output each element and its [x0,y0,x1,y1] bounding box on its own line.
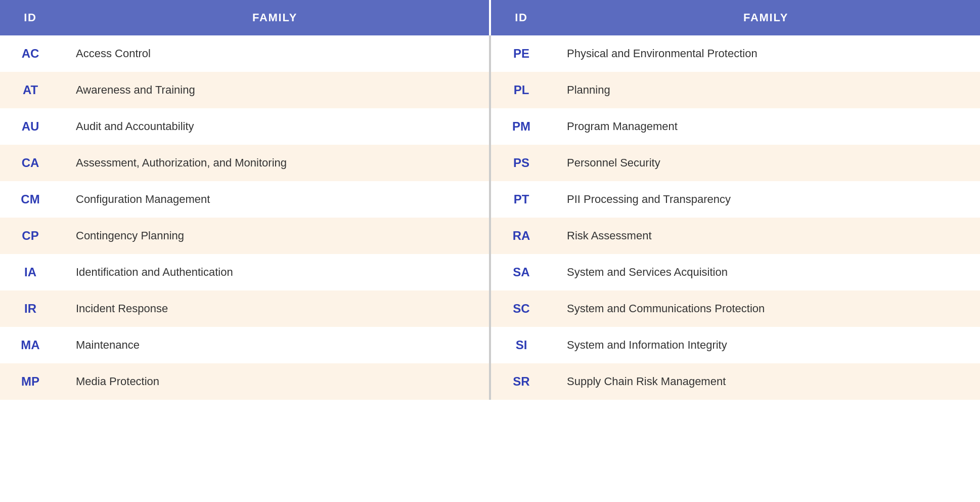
left-id-cell: MP [0,363,61,400]
right-family-cell: Personnel Security [552,145,980,181]
left-id-cell: AU [0,108,61,145]
right-family-cell: System and Services Acquisition [552,254,980,290]
left-id-cell: IA [0,254,61,290]
table-header: ID FAMILY ID FAMILY [0,0,980,35]
right-family-cell: Physical and Environmental Protection [552,35,980,72]
right-id-cell: PL [491,72,552,108]
right-family-cell: Supply Chain Risk Management [552,363,980,400]
left-family-cell: Audit and Accountability [61,108,489,145]
left-family-cell: Access Control [61,35,489,72]
left-id-cell: CA [0,145,61,181]
right-family-cell: PII Processing and Transparency [552,181,980,218]
table-row: CA Assessment, Authorization, and Monito… [0,145,980,181]
table-row: CP Contingency Planning RA Risk Assessme… [0,218,980,254]
left-id-cell: CM [0,181,61,218]
right-id-cell: PE [491,35,552,72]
left-family-cell: Awareness and Training [61,72,489,108]
right-id-cell: PM [491,108,552,145]
right-id-cell: SC [491,290,552,327]
table-row: AU Audit and Accountability PM Program M… [0,108,980,145]
left-id-cell: AT [0,72,61,108]
table-row: IR Incident Response SC System and Commu… [0,290,980,327]
header-right-family: FAMILY [552,0,980,35]
family-table: ID FAMILY ID FAMILY AC Access Control PE… [0,0,980,400]
header-row: ID FAMILY ID FAMILY [0,0,980,35]
right-id-cell: PS [491,145,552,181]
table-row: AC Access Control PE Physical and Enviro… [0,35,980,72]
right-id-cell: SI [491,327,552,363]
left-family-cell: Contingency Planning [61,218,489,254]
left-id-cell: MA [0,327,61,363]
table-row: CM Configuration Management PT PII Proce… [0,181,980,218]
table-row: IA Identification and Authentication SA … [0,254,980,290]
table-row: AT Awareness and Training PL Planning [0,72,980,108]
left-family-cell: Media Protection [61,363,489,400]
left-family-cell: Identification and Authentication [61,254,489,290]
left-family-cell: Incident Response [61,290,489,327]
table-row: MP Media Protection SR Supply Chain Risk… [0,363,980,400]
left-family-cell: Assessment, Authorization, and Monitorin… [61,145,489,181]
right-family-cell: Planning [552,72,980,108]
left-family-cell: Configuration Management [61,181,489,218]
right-family-cell: System and Communications Protection [552,290,980,327]
right-id-cell: SA [491,254,552,290]
right-id-cell: RA [491,218,552,254]
right-family-cell: System and Information Integrity [552,327,980,363]
main-container: ID FAMILY ID FAMILY AC Access Control PE… [0,0,980,502]
header-left-family: FAMILY [61,0,489,35]
header-left-id: ID [0,0,61,35]
right-id-cell: SR [491,363,552,400]
right-family-cell: Risk Assessment [552,218,980,254]
left-id-cell: AC [0,35,61,72]
left-family-cell: Maintenance [61,327,489,363]
table-body: AC Access Control PE Physical and Enviro… [0,35,980,400]
left-id-cell: CP [0,218,61,254]
right-family-cell: Program Management [552,108,980,145]
left-id-cell: IR [0,290,61,327]
header-right-id: ID [491,0,552,35]
right-id-cell: PT [491,181,552,218]
table-row: MA Maintenance SI System and Information… [0,327,980,363]
